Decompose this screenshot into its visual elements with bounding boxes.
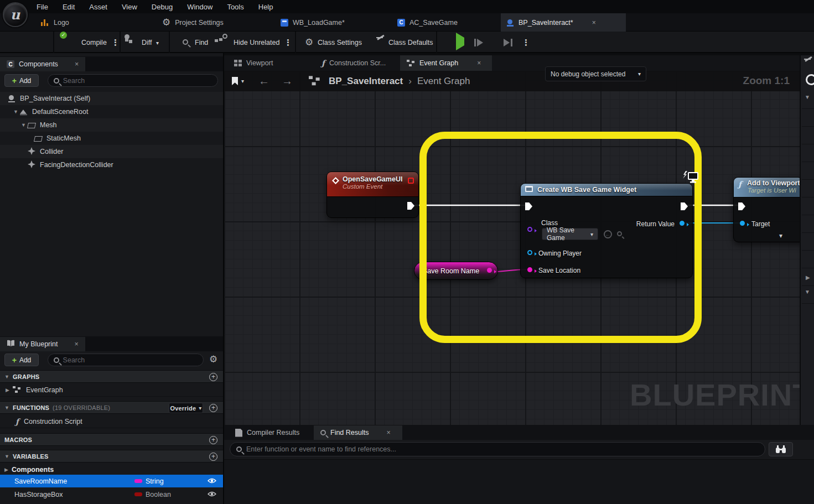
exec-in-pin[interactable]	[738, 202, 745, 210]
graphs-section-header[interactable]: ▼ GRAPHS	[0, 370, 223, 383]
event-diamond-icon	[332, 177, 339, 186]
unreal-logo-icon[interactable]: u	[3, 2, 28, 27]
tree-row-self[interactable]: BP_SaveInteract (Self)	[0, 92, 223, 105]
scroll-up-icon[interactable]: ▼	[805, 94, 810, 100]
functions-section-header[interactable]: ▼ FUNCTIONS (19 OVERRIDABLE) Override ▾	[0, 401, 223, 414]
find-references-input[interactable]	[246, 445, 759, 453]
back-arrow-icon[interactable]: ←	[258, 75, 269, 87]
find-references-bar[interactable]	[230, 442, 765, 456]
class-settings-icon[interactable]: ⚙	[305, 38, 313, 47]
add-function-icon[interactable]	[209, 404, 217, 412]
node-opensavegameui[interactable]: OpenSaveGameUI Custom Event	[326, 172, 419, 218]
eye-icon[interactable]	[208, 477, 216, 486]
compile-label[interactable]: Compile	[81, 39, 107, 46]
expand-arrow-icon[interactable]: ▼	[13, 109, 20, 115]
eventgraph-row[interactable]: ▶ EventGraph	[0, 383, 223, 397]
add-macro-icon[interactable]	[209, 436, 217, 444]
event-binding-icon[interactable]	[408, 178, 414, 184]
zoom-button-icon[interactable]	[806, 74, 814, 85]
tab-my-blueprint[interactable]: My Blueprint ×	[0, 337, 85, 351]
class-defaults-label[interactable]: Class Defaults	[388, 39, 433, 46]
collapse-arrow-icon[interactable]: ▼	[4, 374, 9, 380]
variable-row-saveroomname[interactable]: SaveRoomName String	[0, 475, 223, 487]
macros-section-header[interactable]: MACROS	[0, 433, 223, 446]
target-pin[interactable]	[740, 221, 745, 226]
exec-out-pin[interactable]	[407, 202, 414, 210]
close-event-graph-icon[interactable]: ×	[477, 59, 481, 67]
tab-viewport[interactable]: Viewport	[227, 55, 279, 71]
menu-tools[interactable]: Tools	[227, 3, 243, 11]
scroll-down-icon[interactable]: ▼	[805, 289, 810, 295]
components-search-input[interactable]	[63, 77, 212, 85]
eye-icon[interactable]	[208, 491, 216, 499]
bookmark-icon[interactable]	[232, 77, 238, 85]
tab-logo[interactable]: Logo	[35, 13, 75, 32]
find-icon[interactable]	[183, 39, 188, 46]
eject-icon[interactable]	[504, 39, 512, 46]
construction-script-row[interactable]: ƒ Construction Script	[0, 415, 223, 428]
hide-unrelated-options-icon[interactable]: ⋮	[284, 38, 292, 48]
menu-debug[interactable]: Debug	[152, 3, 173, 11]
add-variable-icon[interactable]	[209, 453, 217, 461]
my-blueprint-search[interactable]	[48, 354, 204, 366]
tab-ac-savegame[interactable]: C AC_SaveGame	[392, 13, 463, 32]
collapse-arrow-icon[interactable]: ▼	[4, 454, 9, 459]
menu-help[interactable]: Help	[258, 3, 273, 11]
tree-row-collider[interactable]: Collider	[0, 145, 223, 158]
add-component-button[interactable]: + Add	[4, 74, 39, 87]
tab-find-results[interactable]: Find Results ×	[314, 425, 402, 440]
variables-section-header[interactable]: ▼ VARIABLES	[0, 450, 223, 463]
tree-row-facingdetectioncollider[interactable]: FacingDetectionCollider	[0, 158, 223, 172]
add-new-button[interactable]: + Add	[4, 354, 39, 366]
node-add-to-viewport[interactable]: ƒ Add to Viewport Target is User Wi Targ…	[733, 177, 800, 242]
collapse-arrow-icon[interactable]: ▼	[4, 405, 9, 411]
expand-arrow-icon[interactable]: ▶	[6, 387, 9, 393]
variable-row-hasstoragebox[interactable]: HasStorageBox Boolean	[0, 488, 223, 501]
diff-chevron-icon[interactable]: ▾	[156, 40, 159, 46]
menu-asset[interactable]: Asset	[89, 3, 107, 11]
class-settings-label[interactable]: Class Settings	[318, 39, 362, 46]
tab-wb-loadgame[interactable]: WB_LoadGame*	[275, 13, 350, 32]
expand-arrow-icon[interactable]: ▼	[21, 122, 28, 128]
close-find-results-icon[interactable]: ×	[386, 429, 390, 437]
tab-bp-saveinteract[interactable]: BP_SaveInteract* ×	[501, 13, 626, 32]
tree-row-staticmesh[interactable]: StaticMesh	[0, 132, 223, 145]
variable-name: SaveRoomName	[14, 477, 67, 485]
frame-skip-icon[interactable]	[474, 39, 483, 46]
expand-panel-icon[interactable]: ▶	[806, 274, 810, 280]
play-options-icon[interactable]: ⋮	[522, 38, 530, 48]
components-search[interactable]	[48, 74, 218, 87]
menu-view[interactable]: View	[122, 3, 137, 11]
add-graph-icon[interactable]	[209, 373, 217, 381]
debug-object-dropdown[interactable]: No debug object selected ▾	[545, 66, 646, 81]
close-my-blueprint-icon[interactable]: ×	[74, 340, 78, 348]
menu-file[interactable]: File	[37, 3, 48, 11]
find-in-blueprints-button[interactable]	[769, 442, 793, 456]
panel-settings-icon[interactable]: ⚙	[209, 355, 217, 364]
forward-arrow-icon[interactable]: →	[282, 75, 293, 87]
tab-compiler-results[interactable]: Compiler Results	[229, 425, 306, 440]
tab-event-graph[interactable]: Event Graph ×	[400, 55, 492, 71]
tree-row-defaultsceneroot[interactable]: ▼ DefaultSceneRoot	[0, 105, 223, 118]
my-blueprint-search-input[interactable]	[63, 356, 198, 364]
play-icon[interactable]	[456, 38, 464, 45]
menu-window[interactable]: Window	[187, 3, 212, 11]
event-graph-canvas[interactable]: BLUEPRINT ▾ ← → BP_SaveInteract › Event …	[224, 71, 800, 425]
tab-components[interactable]: C Components ×	[0, 57, 85, 71]
find-label[interactable]: Find	[195, 39, 208, 46]
tab-project-settings[interactable]: ⚙ Project Settings	[157, 13, 229, 32]
bookmark-chevron-icon[interactable]: ▾	[241, 78, 244, 84]
hide-unrelated-label[interactable]: Hide Unrelated	[234, 39, 279, 46]
tree-row-mesh[interactable]: ▼ Mesh	[0, 118, 223, 132]
menu-edit[interactable]: Edit	[63, 3, 75, 11]
override-dropdown[interactable]: Override ▾	[169, 403, 203, 413]
compile-options-icon[interactable]: ⋮	[111, 38, 120, 48]
expand-node-chevron-icon[interactable]: ▾	[779, 232, 782, 240]
macros-header-label: MACROS	[4, 437, 32, 443]
diff-label[interactable]: Diff	[142, 39, 152, 46]
breadcrumb-root[interactable]: BP_SaveInteract	[329, 76, 403, 87]
close-components-icon[interactable]: ×	[75, 60, 79, 68]
expand-arrow-icon[interactable]: ▶	[4, 467, 8, 472]
close-tab-icon[interactable]: ×	[592, 19, 596, 27]
tab-construction-script[interactable]: ƒ Construction Scr...	[315, 55, 392, 71]
